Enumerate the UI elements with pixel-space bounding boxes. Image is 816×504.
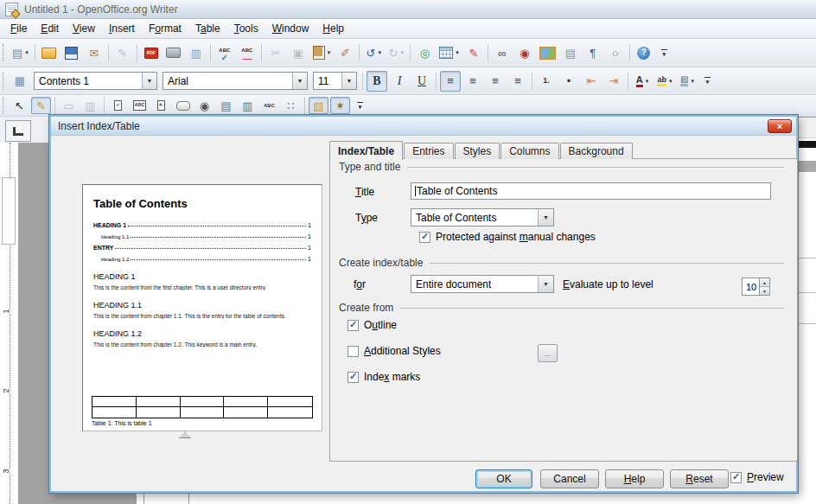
menu-view[interactable]: View <box>66 20 102 37</box>
type-dropdown[interactable]: Table of Contents ▼ <box>411 208 554 226</box>
form-properties-icon[interactable]: ▥ <box>80 97 100 114</box>
chevron-down-icon[interactable]: ▼ <box>341 73 356 89</box>
text-box-control-icon[interactable]: ABC <box>130 97 150 114</box>
reset-button[interactable]: Reset <box>670 469 729 488</box>
ruler-margin-indicator[interactable] <box>2 177 16 245</box>
dialog-close-button[interactable]: × <box>768 119 792 133</box>
font-size-combobox[interactable]: 11 ▼ <box>313 72 357 90</box>
push-button-control-icon[interactable] <box>173 97 193 114</box>
dropdown-arrow-icon[interactable]: ▾ <box>328 49 331 56</box>
ok-button[interactable]: OK <box>475 469 532 488</box>
formatting-marks-icon[interactable]: ¶ <box>583 42 603 63</box>
chevron-down-icon[interactable]: ▼ <box>142 73 156 89</box>
menu-table[interactable]: Table <box>188 20 227 37</box>
list-box-control-icon[interactable]: ▤ <box>216 97 236 114</box>
preview-checkbox[interactable] <box>730 472 742 483</box>
combo-box-control-icon[interactable]: ▥ <box>238 97 258 114</box>
menu-format[interactable]: Format <box>142 20 188 37</box>
data-sources-icon[interactable]: ▤ <box>560 42 581 63</box>
menu-file[interactable]: File <box>3 20 34 37</box>
wizards-icon[interactable]: ✶ <box>330 97 350 114</box>
italic-icon[interactable]: I <box>389 71 410 92</box>
open-folder-icon[interactable] <box>39 42 60 63</box>
toolbar-grip[interactable] <box>3 97 5 114</box>
dropdown-arrow-icon[interactable]: ▾ <box>379 49 382 56</box>
dropdown-arrow-icon[interactable]: ▾ <box>456 49 459 56</box>
new-document-icon[interactable]: ▤▾ <box>10 42 31 63</box>
toolbar-grip[interactable] <box>3 44 5 61</box>
menu-tools[interactable]: Tools <box>227 20 265 37</box>
help-button[interactable]: Help <box>605 469 664 488</box>
dropdown-arrow-icon[interactable]: ▾ <box>25 49 29 56</box>
spellcheck-icon[interactable]: ABC <box>214 42 235 63</box>
paste-icon[interactable]: ▾ <box>310 42 334 63</box>
design-mode-icon[interactable]: ✎ <box>31 97 51 114</box>
select-icon[interactable]: ↖ <box>10 97 29 114</box>
option-button-control-icon[interactable]: ◉ <box>194 97 214 114</box>
vertical-ruler[interactable]: 1 2 3 <box>0 143 19 504</box>
tab-columns[interactable]: Columns <box>500 143 558 159</box>
autospellcheck-icon[interactable]: ABC <box>237 42 258 63</box>
protected-checkbox[interactable] <box>419 232 430 243</box>
font-color-icon[interactable]: A▾ <box>632 71 653 92</box>
styles-and-formatting-icon[interactable]: ▦ <box>10 71 30 92</box>
menu-insert[interactable]: Insert <box>102 20 142 37</box>
redo-icon[interactable]: ↻▾ <box>386 42 406 63</box>
export-pdf-icon[interactable] <box>141 42 162 63</box>
edit-file-icon[interactable]: ✎ <box>112 42 133 63</box>
insert-table-icon[interactable]: ▾ <box>437 42 462 63</box>
outline-checkbox[interactable] <box>347 320 359 331</box>
toolbar-overflow-button[interactable]: ▾ <box>702 72 713 91</box>
save-icon[interactable] <box>61 42 82 63</box>
for-dropdown[interactable]: Entire document ▼ <box>411 275 554 293</box>
dropdown-arrow-icon[interactable]: ▾ <box>669 78 673 85</box>
zoom-icon[interactable]: ○ <box>605 42 626 63</box>
align-left-icon[interactable]: ≡ <box>440 71 461 92</box>
toolbar-overflow-button[interactable]: ▾ <box>354 96 366 115</box>
bullets-icon[interactable]: • <box>558 71 579 92</box>
justify-icon[interactable]: ≡ <box>507 71 528 92</box>
font-name-combobox[interactable]: Arial ▼ <box>163 72 308 90</box>
align-right-icon[interactable]: ≡ <box>485 71 506 92</box>
print-icon[interactable] <box>163 42 184 63</box>
decrease-indent-icon[interactable]: ⇤ <box>581 71 602 92</box>
paragraph-style-combobox[interactable]: Contents 1 ▼ <box>34 72 157 90</box>
underline-icon[interactable]: U <box>411 71 432 92</box>
menu-window[interactable]: Window <box>265 20 316 37</box>
tab-stop-selector[interactable] <box>5 120 31 142</box>
spin-up-icon[interactable]: ▲ <box>760 278 769 287</box>
format-paintbrush-icon[interactable]: ✐ <box>335 42 355 63</box>
undo-icon[interactable]: ↺▾ <box>363 42 384 63</box>
index-marks-checkbox[interactable] <box>347 372 359 383</box>
gallery-icon[interactable] <box>537 42 558 63</box>
background-color-icon[interactable]: ▧▾ <box>677 71 698 92</box>
tab-styles[interactable]: Styles <box>455 143 500 159</box>
page-preview-icon[interactable]: ▥ <box>186 42 207 63</box>
tab-background[interactable]: Background <box>560 143 633 159</box>
draw-functions-icon[interactable]: ✎ <box>463 42 484 63</box>
chevron-down-icon[interactable]: ▼ <box>538 276 553 292</box>
toolbar-overflow-button[interactable]: ▾ <box>659 43 670 62</box>
highlighting-icon[interactable]: ab▾ <box>654 71 675 92</box>
cancel-button[interactable]: Cancel <box>540 469 599 488</box>
control-properties-icon[interactable]: ▭ <box>59 97 79 114</box>
chevron-down-icon[interactable]: ▼ <box>292 73 307 89</box>
email-icon[interactable]: ✉ <box>84 42 105 63</box>
cut-icon[interactable]: ✂ <box>265 42 286 63</box>
title-input[interactable]: Table of Contents <box>411 182 771 200</box>
navigator-icon[interactable]: ◉ <box>514 42 535 63</box>
dropdown-arrow-icon[interactable]: ▾ <box>646 78 649 85</box>
increase-indent-icon[interactable]: ⇥ <box>603 71 624 92</box>
help-icon[interactable]: ? <box>634 42 654 63</box>
additional-styles-checkbox[interactable] <box>347 346 359 357</box>
tab-entries[interactable]: Entries <box>404 143 453 159</box>
hyperlink-icon[interactable]: ◎ <box>414 42 435 63</box>
assign-styles-button[interactable]: ... <box>538 344 558 362</box>
menu-edit[interactable]: Edit <box>34 20 66 37</box>
align-center-icon[interactable]: ≡ <box>462 71 483 92</box>
bold-icon[interactable]: B <box>367 71 387 92</box>
checkbox-control-icon[interactable]: ✓ <box>108 97 128 114</box>
toolbar-grip[interactable] <box>3 73 5 90</box>
numbering-icon[interactable]: 1. <box>536 71 557 92</box>
more-controls-icon[interactable]: ∷ <box>281 97 301 114</box>
